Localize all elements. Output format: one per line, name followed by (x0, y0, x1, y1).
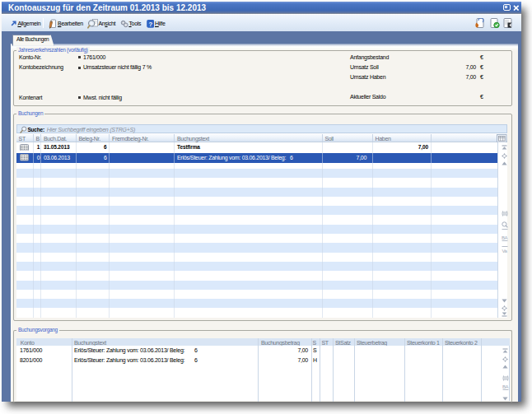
svg-text:Va: Va (502, 248, 507, 253)
svg-text:BA: BA (502, 235, 508, 240)
svg-text:BA: BA (502, 384, 509, 388)
svg-text:?: ? (148, 20, 152, 27)
